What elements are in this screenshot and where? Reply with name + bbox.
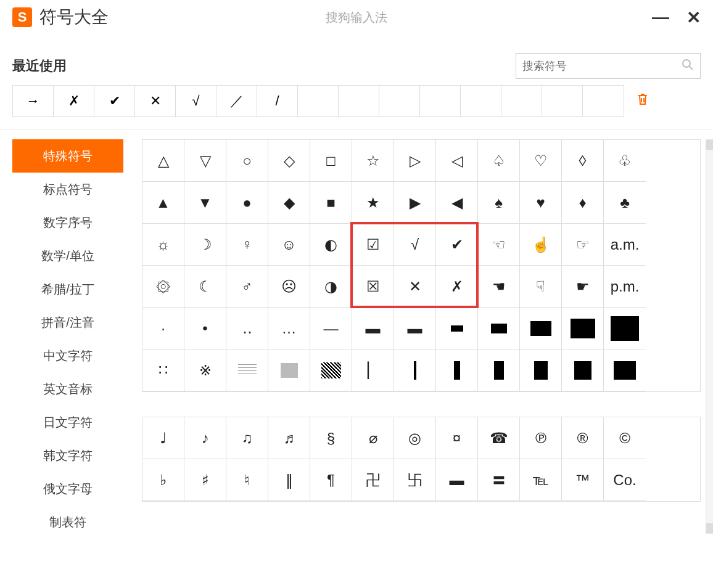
recent-symbol-cell[interactable] — [420, 86, 461, 116]
symbol-cell[interactable] — [310, 349, 352, 391]
sidebar-item[interactable]: 数字序号 — [12, 206, 123, 239]
symbol-cell[interactable]: ∷ — [142, 349, 184, 391]
symbol-cell[interactable]: ☾ — [184, 266, 226, 308]
symbol-cell[interactable]: • — [184, 308, 226, 349]
symbol-cell[interactable]: ♀ — [226, 224, 268, 266]
symbol-cell[interactable]: ☺ — [268, 224, 310, 266]
symbol-cell[interactable]: ◊ — [562, 140, 604, 182]
recent-symbol-cell[interactable] — [542, 86, 583, 116]
recent-symbol-cell[interactable]: → — [13, 86, 54, 116]
symbol-cell[interactable] — [604, 308, 646, 349]
symbol-cell[interactable]: ☽ — [184, 224, 226, 266]
search-icon[interactable] — [682, 59, 694, 74]
symbol-cell[interactable] — [226, 349, 268, 391]
recent-symbol-cell[interactable]: ✕ — [135, 86, 176, 116]
symbol-cell[interactable]: ▏ — [352, 349, 394, 391]
recent-symbol-cell[interactable] — [339, 86, 379, 116]
symbol-cell[interactable]: ♮ — [226, 459, 268, 501]
symbol-cell[interactable]: ♬ — [268, 417, 310, 459]
symbol-cell[interactable]: ☒ — [352, 266, 394, 308]
symbol-cell[interactable] — [562, 349, 604, 391]
symbol-cell[interactable]: ☛ — [562, 266, 604, 308]
sidebar-item[interactable]: 英文音标 — [12, 372, 123, 406]
symbol-cell[interactable]: ▶ — [394, 182, 436, 224]
recent-symbol-cell[interactable]: ✔ — [94, 86, 135, 116]
symbol-cell[interactable]: ★ — [352, 182, 394, 224]
symbol-cell[interactable]: ✗ — [436, 266, 478, 308]
sidebar-item[interactable]: 特殊符号 — [12, 139, 123, 173]
close-button[interactable]: ✕ — [686, 7, 701, 28]
symbol-cell[interactable] — [268, 349, 310, 391]
symbol-cell[interactable]: · — [142, 308, 184, 349]
sidebar-item[interactable]: 标点符号 — [12, 173, 123, 206]
symbol-cell[interactable]: ‥ — [226, 308, 268, 349]
symbol-cell[interactable]: ☎ — [478, 417, 520, 459]
symbol-cell[interactable]: ☚ — [478, 266, 520, 308]
symbol-cell[interactable]: ♥ — [520, 182, 562, 224]
symbol-cell[interactable]: ◆ — [268, 182, 310, 224]
sidebar-item[interactable]: 拼音/注音 — [12, 306, 123, 339]
symbol-cell[interactable]: ◐ — [310, 224, 352, 266]
symbol-cell[interactable]: ▬ — [394, 308, 436, 349]
symbol-cell[interactable]: ● — [226, 182, 268, 224]
symbol-cell[interactable]: ⌀ — [352, 417, 394, 459]
symbol-cell[interactable]: — — [310, 308, 352, 349]
symbol-cell[interactable]: ♡ — [520, 140, 562, 182]
symbol-cell[interactable] — [478, 349, 520, 391]
symbol-cell[interactable]: ▽ — [184, 140, 226, 182]
symbol-cell[interactable]: ♂ — [226, 266, 268, 308]
symbol-cell[interactable]: ☝ — [520, 224, 562, 266]
symbol-cell[interactable]: ◑ — [310, 266, 352, 308]
symbol-cell[interactable]: ◀ — [436, 182, 478, 224]
symbol-cell[interactable]: ◎ — [394, 417, 436, 459]
symbol-cell[interactable]: ◇ — [268, 140, 310, 182]
minimize-button[interactable]: — — [652, 7, 669, 28]
symbol-cell[interactable]: ♪ — [184, 417, 226, 459]
symbol-cell[interactable] — [604, 349, 646, 391]
symbol-cell[interactable]: ¶ — [310, 459, 352, 501]
symbol-cell[interactable]: … — [268, 308, 310, 349]
symbol-cell[interactable]: ℡ — [520, 459, 562, 501]
recent-symbol-cell[interactable]: ✗ — [54, 86, 94, 116]
symbol-cell[interactable]: ☑ — [352, 224, 394, 266]
search-input[interactable] — [522, 60, 682, 73]
recent-symbol-cell[interactable] — [298, 86, 339, 116]
symbol-cell[interactable]: ☜ — [478, 224, 520, 266]
symbol-cell[interactable]: ▷ — [394, 140, 436, 182]
symbol-cell[interactable]: p.m. — [604, 266, 646, 308]
symbol-cell[interactable]: ♤ — [478, 140, 520, 182]
sidebar-item[interactable]: 希腊/拉丁 — [12, 272, 123, 306]
symbol-cell[interactable]: ▬ — [436, 459, 478, 501]
symbol-cell[interactable]: ™ — [562, 459, 604, 501]
symbol-cell[interactable]: ▼ — [184, 182, 226, 224]
symbol-cell[interactable]: ♧ — [604, 140, 646, 182]
symbol-cell[interactable]: ☟ — [520, 266, 562, 308]
symbol-cell[interactable]: § — [310, 417, 352, 459]
symbol-cell[interactable]: ▬ — [352, 308, 394, 349]
symbol-cell[interactable]: 卍 — [352, 459, 394, 501]
recent-symbol-cell[interactable] — [461, 86, 501, 116]
symbol-cell[interactable]: ☞ — [562, 224, 604, 266]
symbol-cell[interactable]: ※ — [184, 349, 226, 391]
symbol-cell[interactable]: □ — [310, 140, 352, 182]
symbol-cell[interactable]: ‖ — [268, 459, 310, 501]
symbol-cell[interactable]: ♩ — [142, 417, 184, 459]
symbol-cell[interactable]: ☼ — [142, 224, 184, 266]
symbol-cell[interactable]: ℗ — [520, 417, 562, 459]
symbol-cell[interactable]: ○ — [226, 140, 268, 182]
recent-symbol-cell[interactable]: ／ — [216, 86, 257, 116]
sidebar-item[interactable]: 数学/单位 — [12, 239, 123, 272]
sidebar-item[interactable]: 韩文字符 — [12, 439, 123, 472]
symbol-cell[interactable]: 〓 — [478, 459, 520, 501]
scroll-down-icon[interactable] — [706, 523, 713, 533]
symbol-cell[interactable]: ☆ — [352, 140, 394, 182]
symbol-cell[interactable]: ♫ — [226, 417, 268, 459]
sidebar-item[interactable]: 俄文字母 — [12, 472, 123, 505]
recent-symbol-cell[interactable] — [379, 86, 420, 116]
symbol-cell[interactable]: ♠ — [478, 182, 520, 224]
recent-symbol-cell[interactable] — [501, 86, 542, 116]
symbol-cell[interactable]: ✕ — [394, 266, 436, 308]
symbol-cell[interactable]: ✔ — [436, 224, 478, 266]
sidebar-item[interactable]: 日文字符 — [12, 406, 123, 439]
symbol-cell[interactable]: △ — [142, 140, 184, 182]
